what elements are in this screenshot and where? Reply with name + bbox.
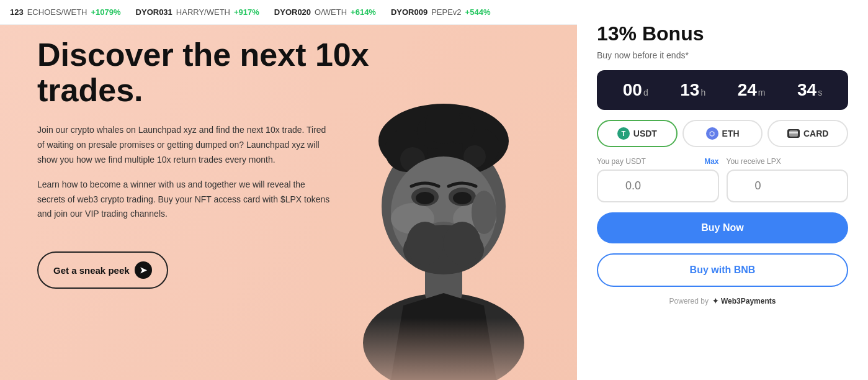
tab-eth-label: ETH: [722, 129, 740, 138]
pay-input[interactable]: [597, 170, 719, 202]
arrow-right-icon: ➤: [135, 261, 152, 279]
usdt-icon: T: [617, 127, 630, 140]
ticker-code: 123: [10, 7, 24, 17]
web3-bullet: ✦: [712, 297, 718, 305]
eth-icon: ⬡: [706, 127, 718, 140]
svg-point-22: [453, 192, 472, 204]
ticker-item-1: 123 ECHOES/WETH +1079%: [10, 7, 121, 17]
ticker-item-4: DYOR009 PEPEv2 +544%: [391, 7, 491, 17]
hero-desc-2: Learn how to become a winner with us and…: [37, 178, 335, 222]
ticker-pair: HARRY/WETH: [176, 7, 230, 17]
sneak-peek-button[interactable]: Get a sneak peek ➤: [37, 251, 168, 289]
card-icon: [787, 129, 800, 138]
countdown-hours-value: 13: [680, 80, 699, 100]
pay-input-group: You pay USDT Max T: [597, 157, 719, 202]
countdown-seconds: 34 s: [797, 80, 822, 100]
countdown-hours-label: h: [700, 88, 705, 97]
tab-eth[interactable]: ⬡ ETH: [682, 120, 763, 147]
powered-by-label: Powered by: [669, 297, 709, 305]
tab-card-label: CARD: [803, 129, 828, 138]
receive-label: You receive LPX: [727, 157, 781, 166]
web3-brand-label: Web3Payments: [721, 297, 776, 305]
svg-point-17: [406, 222, 444, 265]
ticker-pair: O/WETH: [315, 7, 347, 17]
pay-label-row: You pay USDT Max: [597, 157, 719, 166]
svg-point-9: [425, 107, 462, 144]
svg-rect-26: [789, 132, 798, 133]
countdown-minutes-label: m: [758, 88, 766, 97]
countdown-minutes: 24 m: [738, 80, 766, 100]
countdown-days-label: d: [643, 88, 648, 97]
svg-point-21: [416, 192, 434, 204]
right-panel: 13% Bonus Buy now before it ends* 00 d 1…: [577, 0, 868, 380]
left-panel: 123 ECHOES/WETH +1079% DYOR031 HARRY/WET…: [0, 0, 577, 380]
ticker-gain: +544%: [465, 7, 491, 17]
countdown-hours: 13 h: [680, 80, 705, 100]
svg-point-18: [444, 222, 481, 265]
receive-input[interactable]: [727, 170, 849, 202]
payment-tabs: T USDT ⬡ ETH CARD: [597, 120, 848, 147]
countdown-seconds-label: s: [818, 88, 822, 97]
ticker-item-3: DYOR020 O/WETH +614%: [274, 7, 376, 17]
buy-now-button[interactable]: Buy Now: [597, 212, 848, 243]
countdown-days: 00 d: [623, 80, 648, 100]
ticker-pair: ECHOES/WETH: [27, 7, 87, 17]
svg-point-23: [472, 191, 496, 234]
countdown-seconds-value: 34: [797, 80, 817, 100]
svg-rect-24: [310, 318, 577, 380]
buy-bnb-button[interactable]: Buy with BNB: [597, 253, 848, 287]
ticker-gain: +917%: [234, 7, 259, 17]
ticker-gain: +614%: [351, 7, 376, 17]
pay-label: You pay USDT: [597, 157, 646, 166]
hero-title: Discover the next 10x trades.: [37, 37, 385, 108]
bonus-title: 13% Bonus: [597, 22, 848, 45]
countdown-timer: 00 d 13 h 24 m 34 s: [597, 70, 848, 110]
max-button[interactable]: Max: [704, 157, 718, 166]
ticker-gain: +1079%: [91, 7, 121, 17]
powered-by-row: Powered by ✦ Web3Payments: [597, 297, 848, 305]
tab-usdt[interactable]: T USDT: [597, 120, 678, 147]
countdown-days-value: 00: [623, 80, 642, 100]
hero-content: Discover the next 10x trades. Join our c…: [37, 37, 385, 289]
receive-label-row: You receive LPX: [727, 157, 849, 166]
web3payments-logo: ✦ Web3Payments: [712, 297, 776, 305]
ticker-item-2: DYOR031 HARRY/WETH +917%: [136, 7, 259, 17]
sneak-peek-label: Get a sneak peek: [53, 265, 130, 276]
tab-card[interactable]: CARD: [767, 120, 848, 147]
bonus-subtitle: Buy now before it ends*: [597, 50, 848, 60]
ticker-pair: PEPEv2: [431, 7, 461, 17]
hero-desc-1: Join our crypto whales on Launchpad xyz …: [37, 123, 335, 167]
ticker-bar: 123 ECHOES/WETH +1079% DYOR031 HARRY/WET…: [0, 0, 577, 25]
ticker-code: DYOR009: [391, 7, 427, 17]
input-row: You pay USDT Max T You receive LPX ◎: [597, 157, 848, 202]
receive-input-wrapper: ◎: [727, 170, 849, 202]
tab-usdt-label: USDT: [633, 129, 657, 138]
ticker-code: DYOR031: [136, 7, 172, 17]
ticker-code: DYOR020: [274, 7, 311, 17]
receive-input-group: You receive LPX ◎: [727, 157, 849, 202]
countdown-minutes-value: 24: [738, 80, 757, 100]
pay-input-wrapper: T: [597, 170, 719, 202]
